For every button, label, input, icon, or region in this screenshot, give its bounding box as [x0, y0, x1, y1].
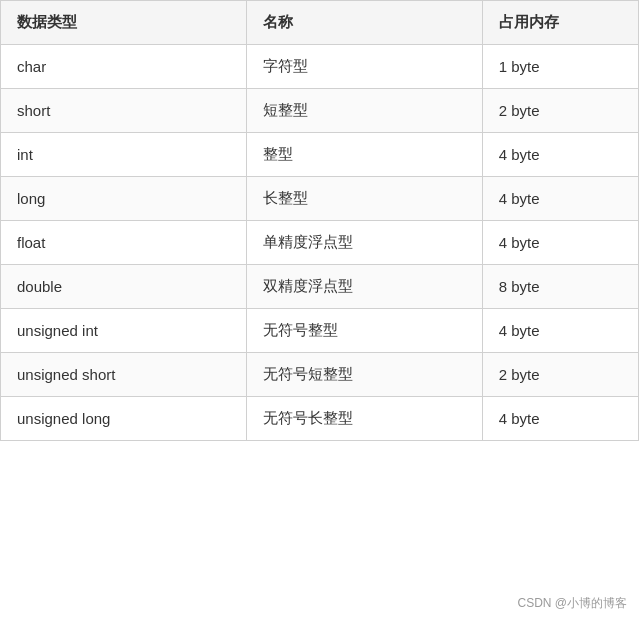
cell-name: 长整型 — [246, 177, 482, 221]
header-memory: 占用内存 — [482, 1, 638, 45]
cell-type: double — [1, 265, 247, 309]
table-row: short短整型2 byte — [1, 89, 639, 133]
cell-name: 无符号短整型 — [246, 353, 482, 397]
table-row: unsigned short无符号短整型2 byte — [1, 353, 639, 397]
footer-text: CSDN @小博的博客 — [517, 596, 627, 610]
cell-memory: 2 byte — [482, 353, 638, 397]
header-name: 名称 — [246, 1, 482, 45]
footer: CSDN @小博的博客 — [0, 589, 639, 618]
table-row: int整型4 byte — [1, 133, 639, 177]
cell-name: 短整型 — [246, 89, 482, 133]
cell-memory: 4 byte — [482, 177, 638, 221]
cell-name: 无符号整型 — [246, 309, 482, 353]
table-row: double双精度浮点型8 byte — [1, 265, 639, 309]
table-row: char字符型1 byte — [1, 45, 639, 89]
cell-name: 双精度浮点型 — [246, 265, 482, 309]
cell-type: unsigned long — [1, 397, 247, 441]
table-header-row: 数据类型 名称 占用内存 — [1, 1, 639, 45]
cell-memory: 1 byte — [482, 45, 638, 89]
cell-memory: 4 byte — [482, 397, 638, 441]
cell-memory: 4 byte — [482, 133, 638, 177]
cell-type: unsigned int — [1, 309, 247, 353]
data-types-table: 数据类型 名称 占用内存 char字符型1 byteshort短整型2 byte… — [0, 0, 639, 441]
table-row: long长整型4 byte — [1, 177, 639, 221]
data-types-table-container: 数据类型 名称 占用内存 char字符型1 byteshort短整型2 byte… — [0, 0, 639, 589]
table-row: unsigned long无符号长整型4 byte — [1, 397, 639, 441]
cell-type: long — [1, 177, 247, 221]
cell-type: float — [1, 221, 247, 265]
cell-memory: 4 byte — [482, 221, 638, 265]
table-row: float单精度浮点型4 byte — [1, 221, 639, 265]
cell-type: int — [1, 133, 247, 177]
cell-name: 整型 — [246, 133, 482, 177]
cell-name: 字符型 — [246, 45, 482, 89]
cell-name: 单精度浮点型 — [246, 221, 482, 265]
cell-type: short — [1, 89, 247, 133]
cell-type: unsigned short — [1, 353, 247, 397]
cell-memory: 2 byte — [482, 89, 638, 133]
cell-type: char — [1, 45, 247, 89]
cell-memory: 4 byte — [482, 309, 638, 353]
header-type: 数据类型 — [1, 1, 247, 45]
table-row: unsigned int无符号整型4 byte — [1, 309, 639, 353]
cell-name: 无符号长整型 — [246, 397, 482, 441]
cell-memory: 8 byte — [482, 265, 638, 309]
